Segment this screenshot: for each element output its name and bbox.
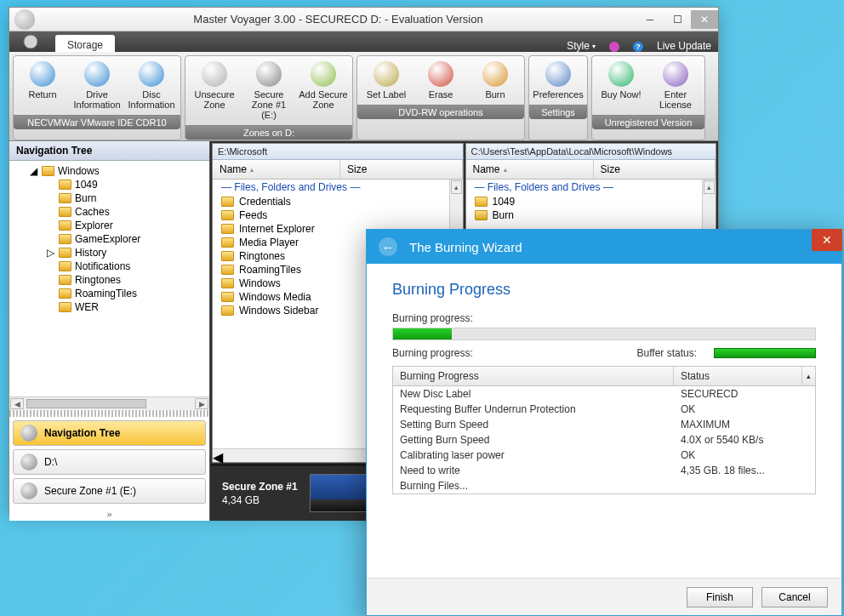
burn-button[interactable]: Burn — [468, 60, 522, 101]
help-button[interactable]: ? — [626, 42, 650, 52]
nav-tree[interactable]: ◢Windows1049BurnCachesExplorerGameExplor… — [9, 161, 209, 396]
tree-item[interactable]: Caches — [9, 205, 209, 219]
list-item[interactable]: Feeds — [213, 208, 463, 222]
toolbar-group: Buy Now!Enter LicenseUnregistered Versio… — [591, 55, 705, 140]
toolbar-group-label: Unregistered Version — [592, 115, 704, 129]
nav-tree-acc[interactable]: Navigation Tree — [13, 420, 206, 446]
add-secure-zone-button[interactable]: Add Secure Zone — [296, 60, 351, 122]
app-menu-icon[interactable] — [9, 31, 52, 52]
buy-now-button[interactable]: Buy Now! — [594, 60, 648, 111]
folder-icon — [221, 197, 234, 207]
scroll-thumb[interactable] — [26, 399, 146, 408]
d-drive-acc[interactable]: D:\ — [13, 449, 206, 475]
col-size[interactable]: Size — [594, 160, 716, 179]
folder-icon — [59, 193, 71, 203]
pane-section: — Files, Folders and Drives — — [466, 180, 716, 195]
scroll-left-icon[interactable]: ◀ — [10, 398, 24, 409]
left-pane-path[interactable]: E:\Microsoft — [213, 144, 463, 160]
toolbar-group-label: Zones on D: — [185, 125, 352, 140]
set-label-button[interactable]: Set Label — [359, 60, 413, 101]
tree-item[interactable]: WER — [9, 300, 209, 314]
cancel-button[interactable]: Cancel — [761, 587, 828, 607]
preferences-button[interactable]: Preferences — [531, 60, 585, 101]
expand-icon[interactable]: ▷ — [47, 247, 55, 259]
burning-wizard-dialog: ← The Burning Wizard ✕ Burning Progress … — [366, 229, 842, 616]
tree-item[interactable]: Notifications — [9, 260, 209, 273]
col-progress[interactable]: Burning Progress — [393, 367, 674, 385]
folder-icon — [59, 207, 71, 217]
disc-info-button[interactable]: Disc Information — [124, 60, 179, 111]
table-row: Setting Burn SpeedMAXIMUM — [393, 417, 815, 432]
secure-zone-button[interactable]: Secure Zone #1 (E:) — [242, 60, 296, 122]
sort-asc-icon: ▴ — [504, 166, 507, 174]
help-icon[interactable] — [602, 42, 626, 52]
finish-button[interactable]: Finish — [687, 587, 753, 607]
splitter[interactable] — [9, 410, 209, 417]
tree-item[interactable]: RoamingTiles — [9, 287, 209, 300]
col-name[interactable]: Name▴ — [213, 160, 340, 179]
item-label: Internet Explorer — [239, 223, 315, 235]
folder-icon — [221, 305, 234, 316]
tree-item[interactable]: ▷History — [9, 246, 209, 260]
wizard-footer: Finish Cancel — [367, 578, 841, 615]
pane-section: — Files, Folders and Drives — — [213, 180, 463, 195]
tree-item[interactable]: Ringtones — [9, 273, 209, 287]
item-label: Windows Media — [239, 291, 311, 303]
table-row: Burning Files... — [393, 478, 815, 493]
tree-item[interactable]: GameExplorer — [9, 232, 209, 246]
list-item[interactable]: Credentials — [213, 195, 463, 208]
wizard-titlebar: ← The Burning Wizard ✕ — [367, 230, 841, 264]
accordion-label: Secure Zone #1 (E:) — [44, 485, 136, 497]
drive-info-button[interactable]: Drive Information — [70, 60, 124, 111]
tab-storage[interactable]: Storage — [55, 35, 115, 52]
wizard-table: Burning Progress Status ▴ New Disc Label… — [392, 366, 816, 494]
secure-zone-acc[interactable]: Secure Zone #1 (E:) — [13, 478, 206, 504]
row-key: New Disc Label — [393, 387, 674, 401]
style-menu[interactable]: Style▾ — [560, 40, 602, 52]
drive-info-button-icon — [84, 61, 110, 87]
col-status[interactable]: Status — [674, 367, 801, 385]
col-name[interactable]: Name▴ — [466, 160, 594, 179]
toolbar-group: Set LabelEraseBurnDVD-RW operations — [356, 55, 525, 140]
tree-item[interactable]: 1049 — [9, 178, 209, 191]
maximize-button[interactable]: ☐ — [664, 10, 691, 29]
col-size[interactable]: Size — [340, 160, 463, 179]
toolbar-button-label: Secure Zone #1 (E:) — [243, 89, 294, 120]
accordion-expand[interactable]: » — [9, 507, 209, 521]
minimize-button[interactable]: ─ — [636, 10, 664, 29]
collapse-icon[interactable]: ◢ — [30, 165, 38, 177]
wizard-back-icon[interactable]: ← — [379, 237, 397, 256]
scroll-right-icon[interactable]: ▶ — [195, 398, 208, 409]
toolbar-button-label: Buy Now! — [601, 89, 641, 100]
right-pane-path[interactable]: C:\Users\Test\AppData\Local\Microsoft\Wi… — [466, 144, 716, 160]
item-label: Credentials — [239, 196, 291, 208]
table-scroll-up[interactable]: ▴ — [801, 367, 815, 385]
zone-info: Secure Zone #1 4,34 GB — [222, 481, 298, 506]
folder-icon — [221, 237, 234, 248]
tree-label: 1049 — [75, 179, 98, 191]
toolbar-button-label: Enter License — [650, 89, 701, 110]
folder-icon — [59, 234, 71, 244]
zone-name: Secure Zone #1 — [222, 481, 298, 493]
enter-license-button[interactable]: Enter License — [648, 60, 703, 111]
tree-item[interactable]: Explorer — [9, 219, 209, 232]
table-row: New Disc LabelSECURECD — [393, 386, 815, 402]
unsecure-zone-button[interactable]: Unsecure Zone — [187, 60, 242, 122]
nav-hscroll[interactable]: ◀ ▶ — [9, 396, 209, 410]
tree-item-root[interactable]: ◢Windows — [9, 164, 209, 178]
row-key: Getting Burn Speed — [393, 433, 674, 447]
tree-item[interactable]: Burn — [9, 191, 209, 205]
close-button[interactable]: ✕ — [691, 10, 718, 29]
toolbar-button-label: Preferences — [533, 89, 583, 100]
wizard-close-button[interactable]: ✕ — [812, 229, 842, 251]
accordion-label: Navigation Tree — [44, 427, 120, 439]
live-update-link[interactable]: Live Update — [650, 40, 718, 52]
left-column: Navigation Tree ◢Windows1049BurnCachesEx… — [9, 141, 210, 521]
list-item[interactable]: Burn — [466, 208, 716, 222]
progress-bar — [392, 328, 816, 340]
erase-button[interactable]: Erase — [413, 60, 468, 101]
disc-info-button-icon — [139, 61, 164, 87]
return-button[interactable]: Return — [15, 60, 70, 111]
progress-label: Burning progress: — [392, 312, 816, 324]
list-item[interactable]: 1049 — [466, 195, 716, 208]
